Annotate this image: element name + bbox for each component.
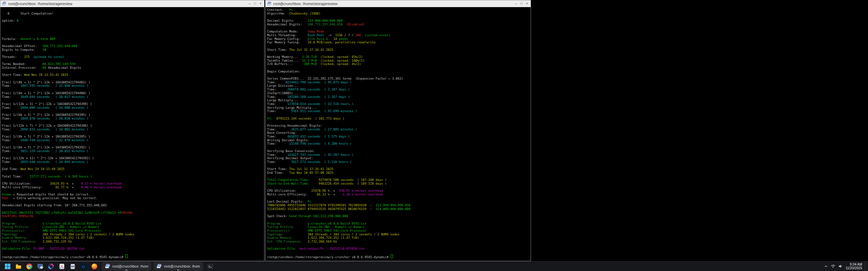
terminal-line (2, 59, 264, 63)
tray-chevron-up-icon[interactable] (824, 264, 828, 268)
close-button[interactable]: × (259, 0, 261, 7)
terminal-line: Hexadecimal Digits: 260,771,355,448,658 … (267, 23, 531, 26)
terminal-line: 5de9f381 4989e236 (2, 214, 264, 218)
minimize-button[interactable]: – (515, 0, 517, 7)
taskbar-window-button[interactable]: root@crunchbox: /hom (153, 262, 203, 271)
firefox-button[interactable] (89, 262, 100, 271)
terminal-line: root@crunchbox:/home/storagereview/y-cru… (267, 254, 531, 258)
taskbar-window-button[interactable]: root@crunchbox: /hom (102, 262, 151, 271)
snipping-tool-button[interactable] (56, 262, 67, 271)
terminal-line (2, 189, 264, 193)
terminal-line: 5218154442 3122022057 8794933535 4650797… (267, 207, 531, 211)
terminal-line: Spot Check: Good through 202,112,290,000… (267, 214, 531, 218)
terminal-line: root@crunchbox:/home/storagereview/y-cru… (2, 254, 264, 258)
terminal-line: 0 Start Computation! (2, 12, 264, 16)
snipping-tool-icon (59, 263, 65, 270)
terminal-line (267, 186, 531, 189)
terminal-line: Constant: Pi (267, 8, 531, 12)
putty-window-right: root@crunchbox: /home/storagereview – □ … (265, 0, 531, 261)
terminal-line: Tuning Profile: Linux/24-ZN5 - Komari =>… (267, 225, 531, 229)
clock-time: 9:34 AM (846, 263, 862, 267)
terminal-line (2, 178, 264, 182)
terminal-line: Frac( 1/(12k + 7) * 2^(-12k + 1043085421… (2, 124, 264, 128)
terminal-line: Last Decimal Digits: Pi (267, 200, 531, 204)
terminal-line (2, 99, 264, 102)
maximize-button[interactable]: □ (254, 0, 256, 7)
chrome-button[interactable] (24, 262, 35, 271)
terminal-line: Time: 1625.077 seconds ( 27.085 minutes … (267, 128, 531, 131)
taskbar-window-button[interactable] (205, 262, 216, 271)
volume-icon[interactable] (838, 264, 843, 268)
terminal-line: Twiddle Tables... 51.3 MiB (locked, spre… (267, 59, 531, 63)
terminal-line: CPU Utilization: 25470.96 % + 458.91 % k… (267, 189, 531, 193)
terminal-line (2, 30, 264, 34)
terminal-line: Begin Computation: (267, 70, 531, 74)
terminal-line (267, 26, 531, 30)
close-button[interactable]: × (526, 0, 528, 7)
terminal-line: Time: 1948.744 seconds ( 32.479 minutes … (2, 139, 264, 142)
file-explorer-button[interactable] (13, 262, 24, 271)
terminal-screen[interactable]: 0 Start Computation! option: 0 Formula: … (0, 7, 264, 263)
terminal-line: Base Converting: (267, 131, 531, 135)
taskbar-clock[interactable]: 9:34 AM 11/20/2025 (846, 263, 862, 270)
start-button[interactable] (2, 262, 13, 271)
running-indicator (125, 270, 128, 270)
terminal-line (2, 142, 264, 146)
terminal-line: Verifying Decimal Output: (267, 157, 531, 160)
terminal-line: Time: 7617.273 seconds ( 2.116 hours ) (267, 160, 531, 164)
taskbar: Lrroot@crunchbox: /homroot@crunchbox: /h… (0, 261, 868, 271)
terminal-line (2, 207, 264, 211)
terminal-line: Time: 1849.044 seconds ( 30.817 minutes … (2, 95, 264, 99)
terminal-line: Hexadecimal Digits starting from: 16^-26… (2, 204, 264, 207)
terminal-line: Time: 1947.595 seconds ( 32.460 minutes … (2, 84, 264, 88)
terminal-line (2, 34, 264, 37)
clock-date: 11/20/2025 (846, 266, 862, 270)
terminal-line: Usable Memory: 1,622,394,724,352 (1.47 T… (2, 236, 264, 240)
terminal-line (2, 8, 264, 12)
terminal-line (267, 15, 531, 19)
terminal-line (267, 196, 531, 200)
printer-button[interactable] (67, 262, 78, 271)
terminal-line: Validation File: /mnt/output/Pi - 202511… (267, 247, 531, 251)
terminal-line (2, 171, 264, 175)
lightroom-button[interactable]: Lr (78, 262, 89, 271)
minimize-button[interactable]: – (249, 0, 251, 7)
terminal-line (2, 120, 264, 124)
terminal-line (267, 218, 531, 222)
terminal-line: Pi: 8793223.144 seconds ( 101.773 days ) (267, 117, 531, 121)
terminal-line (2, 88, 264, 91)
terminal-line: Large Multiply... (267, 99, 531, 102)
terminal-screen[interactable]: Constant: PiAlgorithm: Chudnovsky (1988)… (265, 7, 531, 263)
file-explorer-icon (15, 263, 22, 270)
terminal-line (2, 200, 264, 204)
terminal-line: Series CommonP2B3... 22,141,292,175,361 … (267, 77, 531, 81)
paint-icon (48, 263, 54, 270)
terminal-line: Multi-core Efficiency: 92.77 % + 0.00 % … (2, 186, 264, 189)
terminal-line: End Time: Wed Nov 19 18:15:49 2025 (2, 167, 264, 171)
maximize-button[interactable]: □ (520, 0, 522, 7)
terminal-line: Frac( 1/(12k + 3) * 2^(-12k + 1043085421… (2, 102, 264, 106)
window-title: root@crunchbox: /home/storagereview (8, 2, 249, 6)
running-indicator (177, 270, 179, 270)
window-titlebar[interactable]: root@crunchbox: /home/storagereview – □ … (0, 0, 264, 7)
terminal-cursor (125, 254, 128, 258)
terminal-line: Tuning Profile: Linux/24-ZN5 - Komari =>… (2, 225, 264, 229)
remote-desktop-button[interactable] (35, 262, 45, 271)
terminal-line: Far Memory Config: Disk Raid 0: 34 paths (267, 37, 531, 41)
window-titlebar[interactable]: root@crunchbox: /home/storagereview – □ … (265, 0, 531, 7)
terminal-line (2, 51, 264, 55)
window-controls: – □ × (249, 0, 261, 7)
lightroom-icon: Lr (80, 263, 87, 270)
terminal-line: Time: 2094.009 seconds ( 34.900 minutes … (2, 106, 264, 110)
network-icon[interactable] (831, 264, 835, 268)
terminal-line: Writing Decimal Digits: (267, 139, 531, 142)
show-desktop-button[interactable] (865, 262, 867, 271)
terminal-line (2, 41, 264, 44)
terminal-line: Frac( 1/(8k + 1) * 2^(-12k + 10430854217… (2, 81, 264, 84)
terminal-line: Frac( 1/(6k + 5) * 2^(-12k + 10430854217… (2, 146, 264, 149)
paint-button[interactable] (45, 262, 56, 271)
terminal-line: Usable Memory: 1,622,394,724,352 (1.47 T… (267, 236, 531, 240)
terminal-line (267, 164, 531, 168)
terminal-line (2, 131, 264, 135)
window-controls: – □ × (515, 0, 528, 7)
